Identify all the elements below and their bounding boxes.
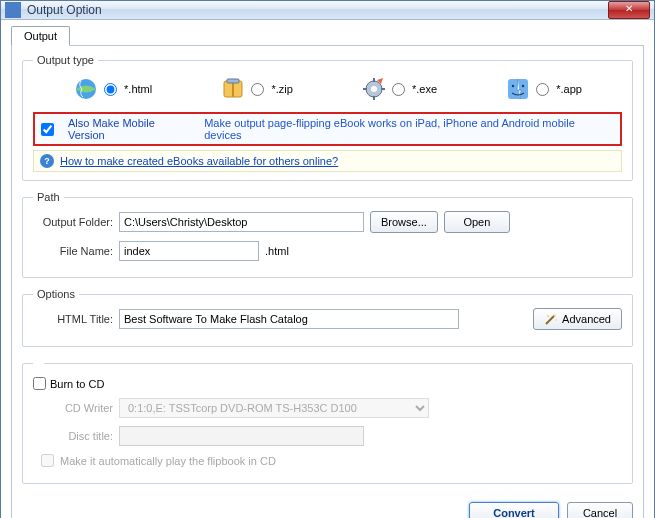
help-link[interactable]: How to make created eBooks available for… bbox=[60, 155, 338, 167]
open-button[interactable]: Open bbox=[444, 211, 510, 233]
advanced-button[interactable]: Advanced bbox=[533, 308, 622, 330]
disc-title-label: Disc title: bbox=[33, 430, 113, 442]
burn-group: Burn to CD CD Writer 0:1:0,E: TSSTcorp D… bbox=[22, 357, 633, 484]
path-legend: Path bbox=[33, 191, 64, 203]
autoplay-label: Make it automatically play the flipbook … bbox=[60, 455, 276, 467]
type-html[interactable]: *.html bbox=[73, 76, 152, 102]
tab-panel: Output type *.html *.zip bbox=[11, 45, 644, 518]
cd-writer-label: CD Writer bbox=[33, 402, 113, 414]
help-icon: ? bbox=[40, 154, 54, 168]
options-group: Options HTML Title: Advanced bbox=[22, 288, 633, 347]
svg-rect-9 bbox=[381, 88, 385, 90]
burn-checkbox[interactable] bbox=[33, 377, 46, 390]
output-option-window: Output Option ✕ Output Output type *.htm… bbox=[0, 0, 655, 518]
options-legend: Options bbox=[33, 288, 79, 300]
svg-point-5 bbox=[371, 86, 377, 92]
help-row: ? How to make created eBooks available f… bbox=[33, 150, 622, 172]
radio-html[interactable] bbox=[104, 83, 117, 96]
wand-icon bbox=[544, 312, 558, 326]
output-folder-input[interactable] bbox=[119, 212, 364, 232]
cd-writer-select[interactable]: 0:1:0,E: TSSTcorp DVD-ROM TS-H353C D100 bbox=[119, 398, 429, 418]
radio-exe[interactable] bbox=[392, 83, 405, 96]
footer: Convert Cancel bbox=[22, 494, 633, 518]
svg-rect-6 bbox=[373, 78, 375, 82]
svg-rect-7 bbox=[373, 96, 375, 100]
client-area: Output Output type *.html *.zip bbox=[1, 20, 654, 518]
browse-button[interactable]: Browse... bbox=[370, 211, 438, 233]
label-exe: *.exe bbox=[412, 83, 437, 95]
tabstrip: Output bbox=[11, 26, 644, 46]
file-ext-label: .html bbox=[265, 245, 289, 257]
type-zip[interactable]: *.zip bbox=[220, 76, 292, 102]
burn-check-label: Burn to CD bbox=[50, 378, 104, 390]
radio-zip[interactable] bbox=[251, 83, 264, 96]
radio-app[interactable] bbox=[536, 83, 549, 96]
mobile-desc: Make output page-flipping eBook works on… bbox=[204, 117, 614, 141]
titlebar: Output Option ✕ bbox=[1, 1, 654, 20]
type-exe[interactable]: *.exe bbox=[361, 76, 437, 102]
path-group: Path Output Folder: Browse... Open File … bbox=[22, 191, 633, 278]
output-type-group: Output type *.html *.zip bbox=[22, 54, 633, 181]
tab-output[interactable]: Output bbox=[11, 26, 70, 46]
file-name-label: File Name: bbox=[33, 245, 113, 257]
mac-finder-icon bbox=[505, 76, 531, 102]
svg-point-11 bbox=[512, 85, 514, 87]
svg-rect-8 bbox=[363, 88, 367, 90]
svg-point-13 bbox=[547, 315, 549, 317]
svg-point-12 bbox=[522, 85, 524, 87]
advanced-label: Advanced bbox=[562, 313, 611, 325]
label-app: *.app bbox=[556, 83, 582, 95]
gear-icon bbox=[361, 76, 387, 102]
zip-icon bbox=[220, 76, 246, 102]
svg-rect-3 bbox=[227, 79, 239, 83]
output-folder-label: Output Folder: bbox=[33, 216, 113, 228]
close-button[interactable]: ✕ bbox=[608, 1, 650, 19]
autoplay-checkbox[interactable] bbox=[41, 454, 54, 467]
cancel-button[interactable]: Cancel bbox=[567, 502, 633, 518]
app-icon bbox=[5, 2, 21, 18]
label-html: *.html bbox=[124, 83, 152, 95]
output-type-legend: Output type bbox=[33, 54, 98, 66]
globe-icon bbox=[73, 76, 99, 102]
mobile-checkbox[interactable] bbox=[41, 123, 54, 136]
type-app[interactable]: *.app bbox=[505, 76, 582, 102]
mobile-check-label: Also Make Mobile Version bbox=[68, 117, 194, 141]
svg-point-14 bbox=[555, 319, 557, 321]
window-title: Output Option bbox=[27, 3, 608, 17]
file-name-input[interactable] bbox=[119, 241, 259, 261]
mobile-version-row: Also Make Mobile Version Make output pag… bbox=[33, 112, 622, 146]
disc-title-input[interactable] bbox=[119, 426, 364, 446]
output-type-row: *.html *.zip *.exe * bbox=[33, 74, 622, 110]
html-title-input[interactable] bbox=[119, 309, 459, 329]
convert-button[interactable]: Convert bbox=[469, 502, 559, 518]
label-zip: *.zip bbox=[271, 83, 292, 95]
html-title-label: HTML Title: bbox=[33, 313, 113, 325]
